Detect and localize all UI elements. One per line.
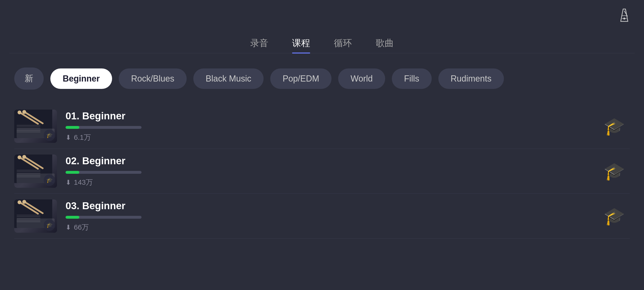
filter-pill-fills[interactable]: Fills (392, 69, 432, 89)
tab-record[interactable]: 录音 (250, 37, 268, 53)
svg-point-32 (18, 200, 21, 204)
svg-rect-17 (16, 172, 40, 172)
download-icon-01: ⬇ (66, 134, 71, 141)
svg-rect-20 (16, 177, 40, 177)
filter-pills-row: 新BeginnerRock/BluesBlack MusicPop/EDMWor… (0, 53, 644, 99)
filter-pill-rudiments[interactable]: Rudiments (438, 69, 504, 89)
course-title-01: 01. Beginner (66, 110, 604, 122)
progress-bar-container-01 (66, 126, 142, 129)
metronome-icon[interactable] (616, 7, 632, 23)
course-meta-03: ⬇ 66万 (66, 222, 604, 232)
download-icon-02: ⬇ (66, 178, 71, 186)
svg-rect-27 (16, 216, 40, 217)
svg-rect-7 (16, 127, 40, 127)
course-right-03: 🎓 (604, 206, 630, 226)
progress-bar-fill-01 (66, 126, 79, 129)
svg-rect-26 (16, 215, 40, 215)
svg-rect-29 (16, 220, 40, 220)
progress-bar-container-03 (66, 216, 142, 219)
course-list: 🎓 01. Beginner ⬇ 6.1万 🎓 (0, 99, 644, 243)
svg-point-34 (22, 200, 26, 204)
graduation-badge-02: 🎓 (44, 174, 55, 186)
course-grad-icon-01[interactable]: 🎓 (604, 116, 625, 136)
course-downloads-03: 66万 (74, 222, 89, 232)
filter-pill-pop-edm[interactable]: Pop/EDM (270, 69, 332, 89)
download-icon-03: ⬇ (66, 223, 71, 231)
course-grad-icon-02[interactable]: 🎓 (604, 161, 625, 181)
svg-rect-9 (16, 130, 40, 131)
course-meta-01: ⬇ 6.1万 (66, 133, 604, 142)
course-thumbnail-01: 🎓 (14, 110, 57, 143)
svg-rect-19 (16, 175, 40, 175)
course-title-03: 03. Beginner (66, 200, 604, 212)
svg-rect-28 (16, 218, 40, 219)
course-downloads-02: 143万 (74, 178, 93, 187)
graduation-badge-01: 🎓 (44, 130, 55, 141)
svg-point-24 (22, 155, 26, 159)
course-title-02: 02. Beginner (66, 155, 604, 167)
svg-point-22 (18, 155, 21, 159)
course-info-01: 01. Beginner ⬇ 6.1万 (57, 110, 604, 142)
progress-bar-fill-02 (66, 171, 79, 174)
app-header (0, 0, 644, 30)
svg-point-12 (18, 111, 21, 114)
course-item-03[interactable]: 🎓 03. Beginner ⬇ 66万 🎓 (14, 194, 630, 239)
tab-loop[interactable]: 循环 (334, 37, 352, 53)
svg-point-14 (22, 110, 26, 114)
tabs-row: 录音课程循环歌曲 (0, 30, 644, 53)
course-meta-02: ⬇ 143万 (66, 178, 604, 187)
course-right-02: 🎓 (604, 161, 630, 181)
progress-bar-fill-03 (66, 216, 79, 219)
svg-rect-6 (16, 125, 40, 126)
course-thumbnail-03: 🎓 (14, 199, 57, 233)
filter-pill-world[interactable]: World (338, 69, 385, 89)
course-right-01: 🎓 (604, 116, 630, 136)
filter-pill-beginner[interactable]: Beginner (50, 69, 112, 89)
progress-bar-container-02 (66, 171, 142, 174)
course-thumbnail-02: 🎓 (14, 155, 57, 188)
course-item-02[interactable]: 🎓 02. Beginner ⬇ 143万 🎓 (14, 149, 630, 194)
course-item-01[interactable]: 🎓 01. Beginner ⬇ 6.1万 🎓 (14, 104, 630, 149)
svg-rect-30 (16, 221, 40, 222)
svg-rect-16 (16, 170, 40, 170)
graduation-badge-03: 🎓 (44, 219, 55, 231)
tab-course[interactable]: 课程 (292, 37, 310, 53)
course-grad-icon-03[interactable]: 🎓 (604, 206, 625, 226)
tab-song[interactable]: 歌曲 (376, 37, 394, 53)
course-info-02: 02. Beginner ⬇ 143万 (57, 155, 604, 187)
tabs-section: 录音课程循环歌曲 (0, 30, 644, 53)
course-info-03: 03. Beginner ⬇ 66万 (57, 200, 604, 232)
svg-rect-18 (16, 173, 40, 174)
filter-pill-new[interactable]: 新 (14, 68, 44, 90)
filter-pill-rock-blues[interactable]: Rock/Blues (119, 69, 187, 89)
svg-rect-10 (16, 132, 40, 132)
svg-rect-8 (16, 128, 40, 129)
filter-pill-black-music[interactable]: Black Music (193, 69, 264, 89)
course-downloads-01: 6.1万 (74, 133, 91, 142)
